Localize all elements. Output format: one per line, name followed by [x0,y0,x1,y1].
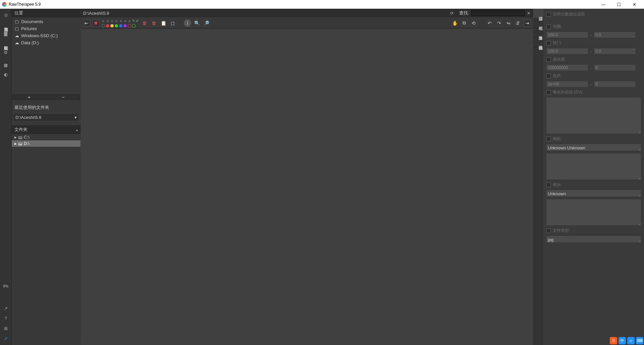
place-pictures[interactable]: ▢ Pictures [12,25,80,32]
tray-ime-icon[interactable]: 中 [619,337,626,344]
rotate-right-icon[interactable]: ↷ [495,19,503,27]
label-yellow-icon[interactable] [110,24,114,27]
window-close-button[interactable]: ✕ [627,0,642,9]
editor-icon[interactable]: ▦ [2,62,9,68]
place-drive-d[interactable]: ☁ Data (D:) [12,39,80,46]
save-icon[interactable] [128,24,131,27]
lens-extra[interactable] [546,199,641,226]
tray-sogou-icon[interactable]: S [610,337,617,344]
clear-search-icon[interactable]: ✕ [527,11,531,16]
label-red-icon[interactable] [106,24,109,27]
thumbnail-area[interactable] [81,29,533,345]
crop-icon[interactable]: ⧉ [461,19,468,27]
clear-filters-button[interactable]: ✖ [92,19,100,27]
star-icon[interactable]: ★ [123,19,127,23]
label-green-icon[interactable] [115,24,118,27]
window-minimize-button[interactable]: — [596,0,611,9]
focal-from-input[interactable] [546,81,588,87]
iso-from-input[interactable] [546,64,588,71]
enable-metadata-filter-checkbox[interactable] [546,12,551,17]
flip-h-icon[interactable]: ⇋ [505,19,512,27]
untrash-icon[interactable]: 🗑 [150,19,158,27]
place-documents[interactable]: ▢ Documents [12,18,80,25]
straighten-icon[interactable]: ⟲ [470,19,477,27]
tab-fast-export[interactable]: 快速导出 [533,28,543,38]
lens-checkbox[interactable] [546,183,551,187]
toggle-left-panel-button[interactable]: ⇤ [83,19,90,27]
tab-batch-edit[interactable]: 批量编辑 [533,38,543,48]
iso-checkbox[interactable] [546,57,551,62]
shutter-from-input[interactable] [546,48,588,55]
fullscreen-icon[interactable]: ⤢ [2,335,9,342]
zoom-out-icon[interactable]: 🔍 [193,19,201,27]
zoom-in-icon[interactable]: 🔎 [203,19,210,27]
unedited-icon[interactable]: ✎ [132,19,135,23]
search-input[interactable] [471,10,525,16]
window-maximize-button[interactable]: ☐ [611,0,627,9]
tab-batch-queue[interactable]: 批处理队列 [3,40,9,46]
star-icon[interactable]: ★ [115,19,118,23]
help-icon[interactable]: ? [2,315,9,322]
add-place-button[interactable]: + [12,94,46,100]
star-icon[interactable]: ★ [119,19,123,23]
ev-checkbox[interactable] [546,90,551,95]
hand-icon[interactable]: ✋ [451,19,459,27]
tray-face-icon[interactable]: ☺ [627,337,635,344]
tray-keyboard-icon[interactable]: ⌨ [636,337,643,344]
folder-d[interactable]: ▸ 🖴 D:\ [12,140,80,147]
app-logo-icon [2,2,7,7]
shutter-to-input[interactable] [594,48,636,55]
folders-header[interactable]: 文件夹 ▴ [12,125,80,134]
tab-file-browser[interactable]: 文件浏览器 [3,21,9,27]
recent-folder-combo[interactable]: D:\Aceshi\5.9 ▾ [13,113,79,121]
camera-value[interactable]: Unknown Unknown [546,144,641,151]
remove-place-button[interactable]: − [47,94,80,100]
aperture-checkbox[interactable] [546,24,551,29]
gear-icon[interactable]: ⚙ [2,49,9,56]
expand-arrow-icon[interactable]: ▸ [14,135,17,140]
tab-inspect[interactable]: 检视 [533,18,543,28]
icc-icon[interactable]: ↗ [2,305,9,312]
refresh-icon[interactable]: ⟳ [450,11,454,16]
filetype-value[interactable]: jpg [546,235,641,243]
filetype-checkbox[interactable] [546,228,551,233]
save2-icon[interactable] [132,24,136,27]
color-label-filter[interactable] [102,24,139,27]
ev-textarea[interactable] [546,97,641,134]
places-header[interactable]: 位置 [12,9,80,17]
flip-v-icon[interactable]: ⇵ [514,19,522,27]
camera-extra[interactable] [546,153,641,180]
shutter-checkbox[interactable] [546,41,551,46]
info-icon[interactable]: i [184,19,191,27]
star-icon[interactable]: ★ [106,19,110,23]
rating-filter[interactable]: ★ ★ ★ ★ ★ ★ ★ ✎ ✔ [102,19,139,23]
aperture-icon[interactable]: ◐ [2,71,9,78]
rotate-left-icon[interactable]: ↶ [486,19,493,27]
expand-arrow-icon[interactable]: ▸ [14,141,17,146]
label-purple-icon[interactable] [123,24,127,27]
tab-filter[interactable]: 过滤器 [533,9,543,18]
folder-icon[interactable]: ▇ [2,30,9,37]
lens-value[interactable]: Unknown [546,190,641,197]
toggle-right-panel-button[interactable]: ⇥ [524,19,531,27]
single-editor-icon[interactable]: ◎ [2,11,9,18]
focal-to-input[interactable] [594,81,636,87]
star-icon[interactable]: ★ [110,19,114,23]
aperture-to-input[interactable] [594,31,636,38]
edited-icon[interactable]: ✔ [136,19,139,23]
trash-icon[interactable]: 🗑 [141,19,148,27]
label-none-icon[interactable] [102,24,105,27]
star-icon[interactable]: ★ [102,19,105,23]
place-drive-c[interactable]: ☁ Windows-SSD (C:) [12,32,80,39]
star-icon[interactable]: ★ [128,19,131,23]
folder-c[interactable]: ▸ 🖴 C:\ [12,134,80,140]
focal-checkbox[interactable] [546,74,551,78]
iso-to-input[interactable] [594,64,636,71]
camera-checkbox[interactable] [546,137,551,141]
grid-icon[interactable]: ⊞ [2,325,9,332]
clipboard-icon[interactable]: 📋 [160,19,167,27]
original-icon[interactable]: ◻ [169,19,176,27]
aperture-from-input[interactable] [546,31,588,38]
label-blue-icon[interactable] [119,24,122,27]
path-input[interactable] [83,11,450,16]
